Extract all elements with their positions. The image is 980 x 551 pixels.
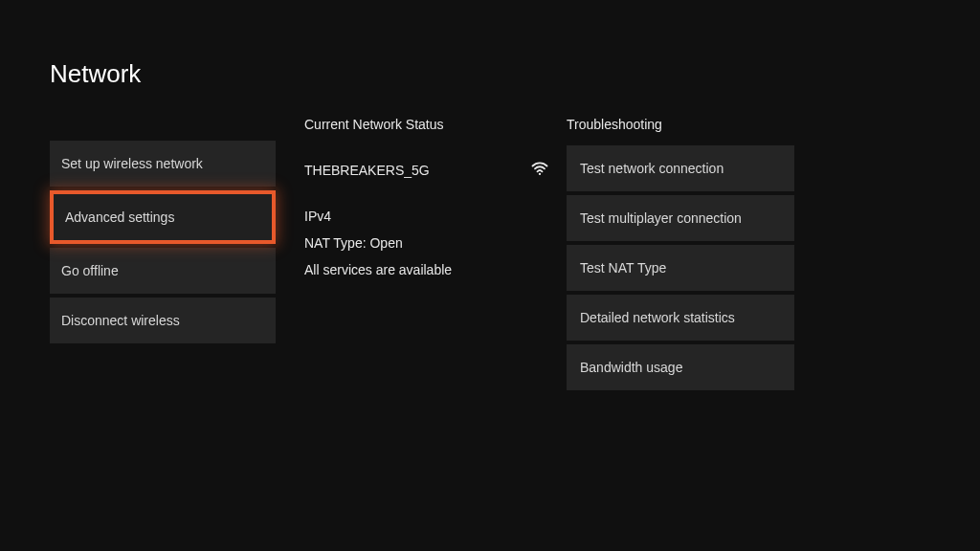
- troubleshooting-list: Test network connection Test multiplayer…: [567, 145, 794, 390]
- sidebar: Set up wireless network Advanced setting…: [50, 141, 276, 343]
- status-heading: Current Network Status: [304, 117, 549, 132]
- sidebar-item-label: Disconnect wireless: [61, 313, 180, 328]
- troubleshoot-item-bandwidth[interactable]: Bandwidth usage: [567, 344, 794, 390]
- troubleshoot-item-test-network[interactable]: Test network connection: [567, 145, 794, 191]
- troubleshoot-item-label: Test network connection: [580, 161, 724, 176]
- sidebar-item-disconnect-wireless[interactable]: Disconnect wireless: [50, 298, 276, 343]
- status-network-name: THEBREAKERS_5G: [304, 163, 430, 178]
- wifi-icon: [530, 159, 549, 182]
- sidebar-item-setup-wireless[interactable]: Set up wireless network: [50, 141, 276, 187]
- status-ip-version: IPv4: [304, 209, 549, 224]
- sidebar-item-go-offline[interactable]: Go offline: [50, 248, 276, 294]
- troubleshoot-item-detailed-stats[interactable]: Detailed network statistics: [567, 295, 794, 341]
- sidebar-item-label: Set up wireless network: [61, 156, 203, 171]
- troubleshoot-item-label: Test NAT Type: [580, 260, 666, 276]
- troubleshoot-item-label: Detailed network statistics: [580, 310, 735, 325]
- troubleshoot-item-label: Test multiplayer connection: [580, 210, 742, 226]
- troubleshoot-item-test-multiplayer[interactable]: Test multiplayer connection: [567, 195, 794, 241]
- troubleshooting-heading: Troubleshooting: [567, 117, 794, 132]
- status-panel: Current Network Status THEBREAKERS_5G IP…: [304, 117, 549, 289]
- troubleshooting-panel: Troubleshooting Test network connection …: [567, 117, 794, 390]
- status-nat-type: NAT Type: Open: [304, 235, 549, 251]
- troubleshoot-item-test-nat[interactable]: Test NAT Type: [567, 245, 794, 291]
- sidebar-item-label: Go offline: [61, 263, 119, 278]
- status-network-row: THEBREAKERS_5G: [304, 159, 549, 182]
- page-title: Network: [50, 59, 141, 89]
- sidebar-item-label: Advanced settings: [65, 209, 174, 225]
- troubleshoot-item-label: Bandwidth usage: [580, 360, 682, 375]
- sidebar-item-advanced-settings[interactable]: Advanced settings: [50, 190, 276, 244]
- svg-point-0: [539, 173, 541, 175]
- status-services: All services are available: [304, 262, 549, 277]
